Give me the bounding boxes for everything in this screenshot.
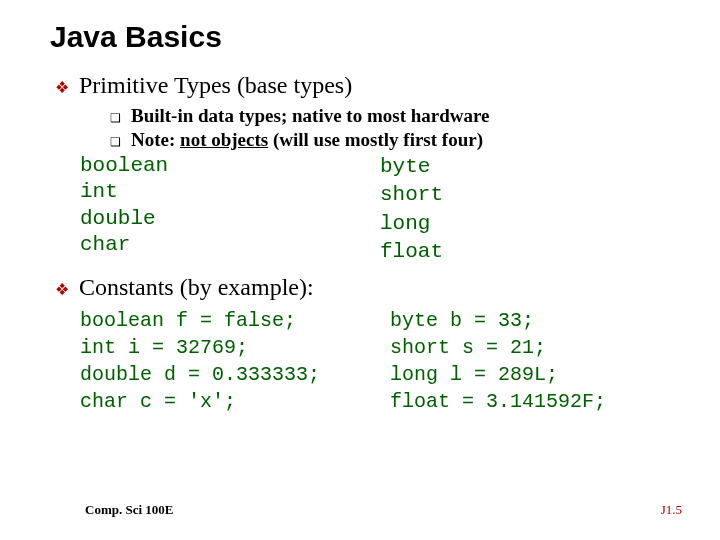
examples-right-column: byte b = 33; short s = 21; long l = 289L…: [390, 307, 680, 415]
examples-left-column: boolean f = false; int i = 32769; double…: [80, 307, 390, 415]
slide: Java Basics ❖ Primitive Types (base type…: [0, 0, 720, 540]
slide-title: Java Basics: [50, 20, 680, 54]
diamond-bullet-icon: ❖: [55, 280, 69, 299]
bullet-constants: ❖ Constants (by example):: [55, 274, 680, 301]
square-bullet-icon: ❑: [110, 135, 121, 149]
subbullet-text: Note: not objects (will use mostly first…: [131, 129, 483, 151]
types-left-column: boolean int double char: [80, 153, 380, 266]
subbullet-builtin: ❑ Built-in data types; native to most ha…: [110, 105, 680, 127]
footer-page-number: J1.5: [661, 502, 682, 518]
types-right-column: byte short long float: [380, 153, 680, 266]
section-heading: Constants (by example):: [79, 274, 314, 301]
square-bullet-icon: ❑: [110, 111, 121, 125]
subbullet-note: ❑ Note: not objects (will use mostly fir…: [110, 129, 680, 151]
diamond-bullet-icon: ❖: [55, 78, 69, 97]
primitive-types-list: boolean int double char byte short long …: [80, 153, 680, 266]
bullet-primitive-types: ❖ Primitive Types (base types): [55, 72, 680, 99]
constants-examples: boolean f = false; int i = 32769; double…: [80, 307, 680, 415]
section-heading: Primitive Types (base types): [79, 72, 352, 99]
subbullet-text: Built-in data types; native to most hard…: [131, 105, 490, 127]
footer-course: Comp. Sci 100E: [85, 502, 173, 518]
